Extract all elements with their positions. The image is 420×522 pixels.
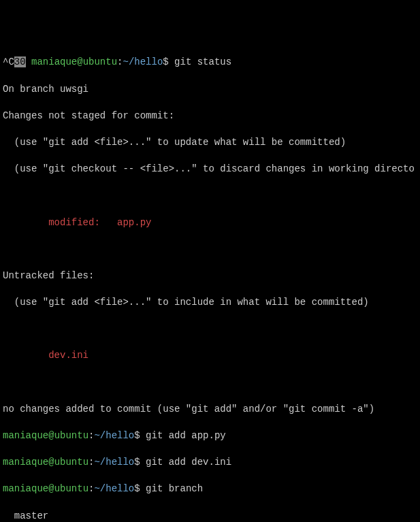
out-untracked-header: Untracked files: <box>3 270 417 283</box>
out-not-staged: Changes not staged for commit: <box>3 110 417 123</box>
out-modified-app: modified: app.py <box>3 216 417 230</box>
out-on-branch: On branch uwsgi <box>3 83 417 97</box>
cmd-git-add-app: git add app.py <box>140 430 226 441</box>
prompt-path: ~/hello <box>123 56 163 67</box>
prompt-dollar: $ <box>134 457 140 468</box>
line-branch: maniaque@ubuntu:~/hello$ git branch <box>3 483 417 496</box>
cmd-git-status: git status <box>169 56 231 67</box>
prompt-user: maniaque <box>3 430 48 441</box>
line-add-app: maniaque@ubuntu:~/hello$ git add app.py <box>3 429 417 443</box>
prompt-path: ~/hello <box>94 430 134 441</box>
out-branch-master: master <box>3 510 417 522</box>
prompt-at: @ <box>77 56 82 67</box>
prompt-host: ubuntu <box>83 56 117 67</box>
prompt-host: ubuntu <box>54 430 88 441</box>
terminal[interactable]: ^C30 maniaque@ubuntu:~/hello$ git status… <box>3 56 417 522</box>
prompt-dollar: $ <box>134 483 140 494</box>
cmd-git-branch: git branch <box>140 483 203 494</box>
out-no-changes: no changes added to commit (use "git add… <box>3 403 417 417</box>
line-add-dev: maniaque@ubuntu:~/hello$ git add dev.ini <box>3 456 417 470</box>
prompt-host: ubuntu <box>54 457 88 468</box>
space <box>26 56 31 67</box>
cmd-git-add-dev: git add dev.ini <box>140 457 231 468</box>
blank <box>3 376 417 390</box>
line-ctrl-status: ^C30 maniaque@ubuntu:~/hello$ git status <box>3 56 417 69</box>
blank <box>3 243 417 257</box>
prompt-path: ~/hello <box>94 483 134 494</box>
prompt-dollar: $ <box>163 56 168 67</box>
out-hint-checkout: (use "git checkout -- <file>..." to disc… <box>3 163 417 176</box>
out-hint-add: (use "git add <file>..." to update what … <box>3 136 417 150</box>
prompt-at: @ <box>48 430 54 441</box>
out-untracked-dev: dev.ini <box>3 349 417 363</box>
ctrl-num: 30 <box>14 56 26 67</box>
out-hint-include: (use "git add <file>..." to include in w… <box>3 296 417 310</box>
prompt-user: maniaque <box>3 457 48 468</box>
blank <box>3 323 417 336</box>
blank <box>3 189 417 203</box>
prompt-host: ubuntu <box>54 483 88 494</box>
prompt-user: maniaque <box>31 56 77 67</box>
prompt-at: @ <box>48 483 54 494</box>
ctrl-c: ^C <box>3 56 14 67</box>
prompt-dollar: $ <box>134 430 140 441</box>
prompt-at: @ <box>48 457 54 468</box>
prompt-path: ~/hello <box>94 457 134 468</box>
prompt-user: maniaque <box>3 483 48 494</box>
